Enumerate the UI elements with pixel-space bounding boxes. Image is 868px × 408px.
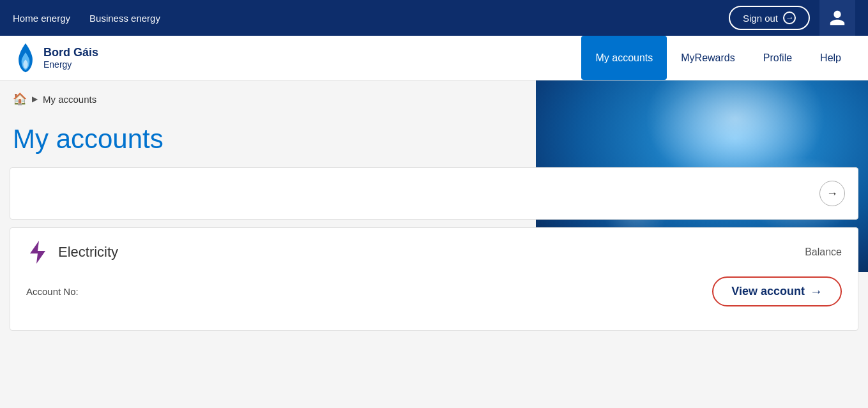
breadcrumb-current-page: My accounts <box>43 94 96 105</box>
electricity-card-content: Electricity Balance Account No: View acc… <box>10 228 858 330</box>
empty-card-arrow-button[interactable]: → <box>819 181 845 206</box>
business-energy-link[interactable]: Business energy <box>89 13 160 24</box>
main-navigation: Bord Gáis Energy My accounts MyRewards P… <box>0 36 868 80</box>
top-nav-right: Sign out → <box>729 0 855 36</box>
view-account-label: View account <box>731 285 805 298</box>
view-account-arrow-icon: → <box>810 284 823 299</box>
top-nav-links: Home energy Business energy <box>13 13 160 24</box>
logo-brand-subtitle: Energy <box>43 59 98 70</box>
account-no-label: Account No: <box>26 286 79 297</box>
bord-gais-logo-flame <box>13 42 38 74</box>
user-avatar[interactable] <box>819 0 855 36</box>
electricity-icon <box>26 241 49 264</box>
nav-my-accounts[interactable]: My accounts <box>581 36 667 80</box>
sign-out-arrow-icon: → <box>783 11 796 24</box>
electricity-label: Electricity <box>58 244 118 261</box>
user-icon <box>828 9 846 27</box>
svg-marker-0 <box>30 241 45 264</box>
electricity-card: Electricity Balance Account No: View acc… <box>10 227 858 331</box>
view-account-button[interactable]: View account → <box>712 276 842 306</box>
electricity-card-footer: Account No: View account → <box>26 276 842 306</box>
page-title-area: My accounts <box>0 117 868 167</box>
breadcrumb: 🏠 ▶ My accounts <box>0 80 868 117</box>
electricity-card-header: Electricity Balance <box>26 241 842 264</box>
electricity-card-title-area: Electricity <box>26 241 118 264</box>
nav-help[interactable]: Help <box>806 36 855 80</box>
nav-my-rewards[interactable]: MyRewards <box>667 36 749 80</box>
logo-area[interactable]: Bord Gáis Energy <box>13 42 98 74</box>
breadcrumb-separator: ▶ <box>32 94 38 103</box>
page-title: My accounts <box>13 124 855 155</box>
empty-card-content: → <box>10 168 858 219</box>
cards-area: → Electricity Balanc <box>0 167 868 331</box>
logo-text: Bord Gáis Energy <box>43 46 98 70</box>
sign-out-button[interactable]: Sign out → <box>729 6 810 30</box>
lightning-bolt-icon <box>27 239 48 265</box>
empty-card: → <box>10 167 858 220</box>
logo-brand-name: Bord Gáis <box>43 46 98 59</box>
sign-out-label: Sign out <box>743 13 778 24</box>
home-energy-link[interactable]: Home energy <box>13 13 70 24</box>
home-icon[interactable]: 🏠 <box>13 92 27 106</box>
balance-label: Balance <box>805 246 842 258</box>
content-area: 🏠 ▶ My accounts My accounts → <box>0 80 868 408</box>
arrow-icon: → <box>826 187 838 200</box>
main-nav-links: My accounts MyRewards Profile Help <box>581 36 855 80</box>
top-navigation: Home energy Business energy Sign out → <box>0 0 868 36</box>
nav-profile[interactable]: Profile <box>749 36 806 80</box>
